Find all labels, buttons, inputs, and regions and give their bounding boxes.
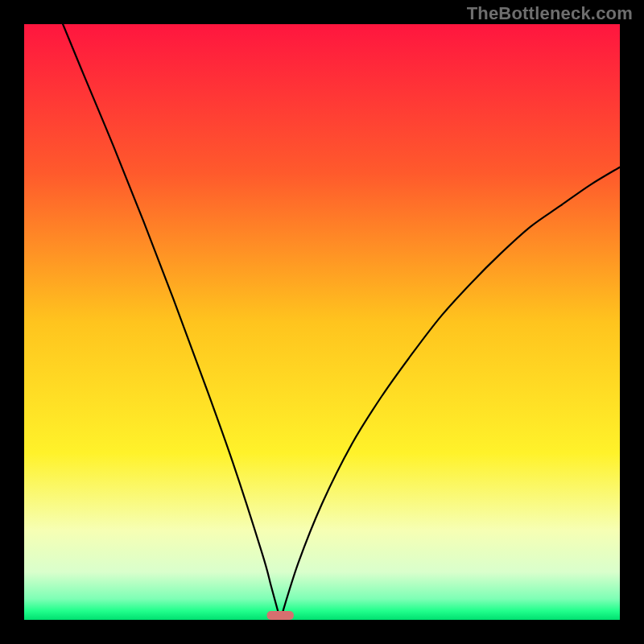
plot-background xyxy=(24,24,620,620)
watermark-text: TheBottleneck.com xyxy=(467,3,633,24)
minimum-marker xyxy=(267,611,294,620)
chart-container: TheBottleneck.com xyxy=(0,0,644,644)
bottleneck-plot xyxy=(24,24,620,620)
